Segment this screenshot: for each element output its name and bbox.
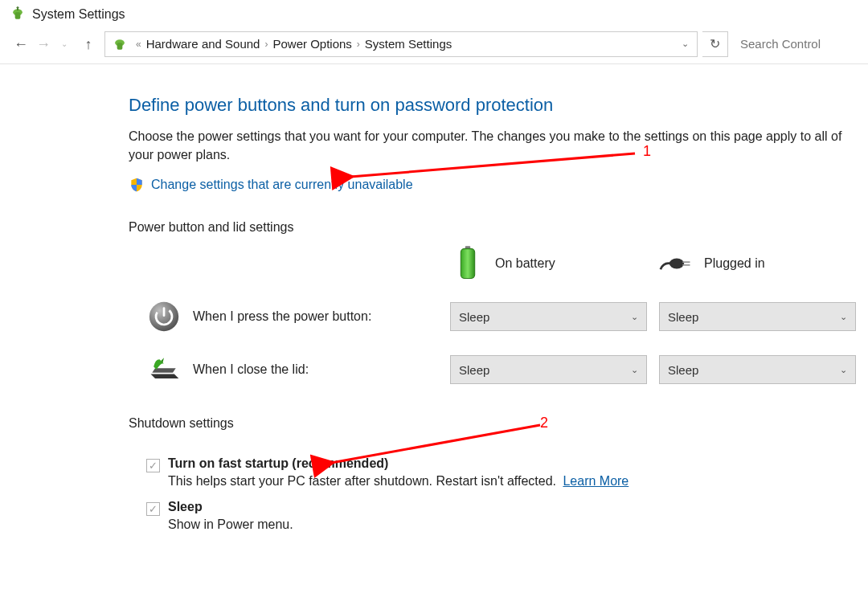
refresh-button[interactable]: ↻ — [702, 31, 728, 57]
title-bar: System Settings — [0, 0, 868, 27]
power-settings-grid: On battery Plugged in — [129, 246, 850, 387]
svg-rect-4 — [117, 43, 123, 49]
sleep-description: Show in Power menu. — [129, 517, 850, 532]
sleep-checkbox[interactable]: ✓ — [146, 502, 160, 516]
annotation-number-2: 2 — [540, 415, 548, 431]
chevron-down-icon: ⌄ — [840, 312, 847, 322]
navigation-bar: ← → ⌄ ↑ « Hardware and Sound › Power Opt… — [0, 27, 868, 64]
chevron-down-icon: ⌄ — [631, 312, 638, 322]
svg-rect-9 — [682, 264, 690, 266]
shield-icon — [129, 177, 145, 193]
close-lid-plugged-combo[interactable]: Sleep ⌄ — [659, 355, 856, 384]
svg-point-7 — [669, 259, 684, 269]
close-lid-icon — [146, 352, 182, 387]
change-unavailable-link[interactable]: Change settings that are currently unava… — [129, 177, 850, 193]
chevron-down-icon: ⌄ — [631, 365, 638, 375]
chevron-right-icon: › — [357, 39, 360, 50]
up-button[interactable]: ↑ — [77, 31, 100, 57]
breadcrumb-system-settings[interactable]: System Settings — [365, 37, 452, 51]
address-bar[interactable]: « Hardware and Sound › Power Options › S… — [104, 31, 698, 57]
forward-button[interactable]: → — [32, 31, 55, 57]
section-shutdown: Shutdown settings — [129, 416, 850, 431]
page-subtext: Choose the power settings that you want … — [129, 127, 850, 164]
chevron-right-icon: › — [264, 39, 268, 50]
breadcrumb-power-options[interactable]: Power Options — [272, 37, 351, 51]
content-area: Define power buttons and turn on passwor… — [0, 64, 868, 559]
power-button-icon — [146, 299, 182, 334]
svg-rect-12 — [163, 308, 166, 317]
chevron-down-icon: ⌄ — [840, 365, 847, 375]
section-power-lid: Power button and lid settings — [129, 220, 850, 235]
back-button[interactable]: ← — [10, 31, 32, 57]
sleep-row: ✓ Sleep — [129, 500, 850, 516]
fast-startup-label: Turn on fast startup (recommended) — [168, 456, 388, 471]
window-title: System Settings — [32, 7, 125, 22]
annotation-number-1: 1 — [643, 143, 651, 160]
fast-startup-row: ✓ Turn on fast startup (recommended) — [129, 456, 850, 472]
svg-rect-6 — [461, 249, 474, 279]
history-dropdown[interactable]: ⌄ — [55, 31, 77, 57]
column-plugged-in: Plugged in — [659, 246, 868, 281]
sleep-label: Sleep — [168, 500, 203, 514]
fast-startup-checkbox[interactable]: ✓ — [146, 459, 160, 472]
plug-icon — [659, 246, 694, 281]
close-lid-battery-combo[interactable]: Sleep ⌄ — [450, 355, 647, 384]
search-input[interactable] — [733, 31, 862, 57]
power-button-battery-combo[interactable]: Sleep ⌄ — [450, 302, 647, 331]
breadcrumb-ellipsis[interactable]: « — [136, 39, 141, 50]
column-on-battery: On battery — [450, 246, 659, 281]
svg-rect-8 — [682, 262, 690, 264]
address-dropdown-icon[interactable]: ⌄ — [677, 39, 694, 49]
learn-more-link[interactable]: Learn More — [563, 474, 628, 488]
svg-rect-2 — [17, 6, 18, 10]
svg-rect-1 — [15, 12, 21, 18]
app-icon — [10, 6, 26, 24]
power-button-plugged-combo[interactable]: Sleep ⌄ — [659, 302, 856, 331]
fast-startup-description: This helps start your PC faster after sh… — [129, 474, 850, 489]
address-icon — [112, 36, 128, 52]
page-heading: Define power buttons and turn on passwor… — [129, 95, 850, 116]
row-power-button: When I press the power button: — [129, 299, 450, 334]
row-close-lid: When I close the lid: — [129, 352, 450, 387]
change-unavailable-text: Change settings that are currently unava… — [151, 178, 413, 192]
battery-icon — [450, 246, 485, 281]
breadcrumb-hardware-sound[interactable]: Hardware and Sound — [146, 37, 260, 51]
